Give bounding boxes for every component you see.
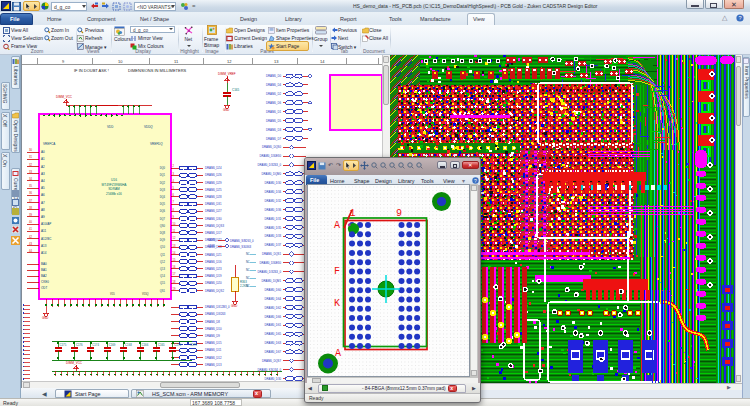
svg-text:IF IN DOUBT ASK !: IF IN DOUBT ASK ! <box>74 68 109 73</box>
svg-text:DRAM0_D30: DRAM0_D30 <box>265 181 282 185</box>
svg-text:DQ8: DQ8 <box>160 231 166 235</box>
svg-text:Q12: Q12 <box>160 260 165 264</box>
svg-text:12: 12 <box>227 59 232 64</box>
svg-text:A7: A7 <box>41 201 45 205</box>
svg-text:13: 13 <box>274 59 279 64</box>
svg-text:?: ? <box>738 15 741 21</box>
svg-text:C165: C165 <box>158 343 165 347</box>
svg-text:DRAM0_DQS3: DRAM0_DQS3 <box>205 224 224 228</box>
svg-text:DRAM0_D19: DRAM0_D19 <box>205 274 222 278</box>
svg-text:NC: NC <box>246 276 250 280</box>
svg-text:CKE0: CKE0 <box>41 280 49 284</box>
svg-text:VREFCA: VREFCA <box>43 142 55 146</box>
svg-text:SDRAM: SDRAM <box>108 187 120 191</box>
svg-text:GND: GND <box>231 304 237 308</box>
svg-text:QS0: QS0 <box>160 224 166 228</box>
svg-text:DRAM0_D67: DRAM0_D67 <box>265 350 282 354</box>
svg-text:DRAM0_D16: DRAM0_D16 <box>205 260 222 264</box>
svg-text:DRAM0_D5: DRAM0_D5 <box>266 119 281 123</box>
svg-text:DRAM0_D29: DRAM0_D29 <box>205 181 222 185</box>
svg-text:DRAM0_D37: DRAM0_D37 <box>265 243 282 247</box>
svg-text:NC: NC <box>246 268 250 272</box>
svg-text:DRAM0_D21: DRAM0_D21 <box>205 253 222 257</box>
svg-text:GND: GND <box>223 108 229 112</box>
svg-text:DRAM0_D30: DRAM0_D30 <box>205 217 222 221</box>
svg-text:DRAM0_DQM1: DRAM0_DQM1 <box>262 279 282 283</box>
svg-text:9: 9 <box>396 208 402 219</box>
svg-text:?: ? <box>474 178 477 184</box>
svg-text:DRAM0_D1: DRAM0_D1 <box>266 110 281 114</box>
svg-text:DRAM0_D28: DRAM0_D28 <box>205 195 222 199</box>
svg-text:DRAM0_D3: DRAM0_D3 <box>266 128 281 132</box>
svg-text:DQ0: DQ0 <box>160 166 166 170</box>
svg-text:A10/AP: A10/AP <box>41 222 51 226</box>
svg-text:VDDQ: VDDQ <box>144 125 153 129</box>
svg-text:DIMM_VREF: DIMM_VREF <box>218 72 236 76</box>
svg-text:U16: U16 <box>111 178 117 182</box>
svg-text:DRAM0_D20: DRAM0_D20 <box>205 281 222 285</box>
svg-text:DRAM0_D30E30: DRAM0_D30E30 <box>260 154 282 158</box>
svg-text:BA1: BA1 <box>41 268 47 272</box>
svg-text:DRAM0_D34: DRAM0_D34 <box>265 190 282 194</box>
svg-text:DRAM0_D63: DRAM0_D63 <box>265 341 282 345</box>
svg-text:DRAM0_DQS7: DRAM0_DQS7 <box>262 359 281 363</box>
svg-text:DRAM0_D12: DRAM0_D12 <box>205 356 222 360</box>
svg-text:UD85: UD85 <box>208 244 216 248</box>
svg-text:DQ7: DQ7 <box>160 217 166 221</box>
svg-text:A2: A2 <box>41 165 45 169</box>
svg-text:DRAM0_D25: DRAM0_D25 <box>205 188 222 192</box>
svg-text:K: K <box>334 298 340 309</box>
svg-text:DRAM0_D62: DRAM0_D62 <box>265 306 282 310</box>
svg-text:Q11: Q11 <box>160 253 165 257</box>
svg-text:DRAM0_D33: DRAM0_D33 <box>265 234 282 238</box>
svg-text:DRAM0_D61: DRAM0_D61 <box>265 323 282 327</box>
svg-text:DRAM0_S/B263_0: DRAM0_S/B263_0 <box>230 239 254 243</box>
svg-text:Q15: Q15 <box>160 281 165 285</box>
svg-text:VREFDQ: VREFDQ <box>150 142 163 146</box>
svg-text:DRAM0_D10: DRAM0_D10 <box>205 327 222 331</box>
svg-text:A12/BC: A12/BC <box>41 237 52 241</box>
svg-text:F: F <box>334 266 340 277</box>
svg-text:DRAM0_D0: DRAM0_D0 <box>266 74 281 78</box>
svg-text:DRAM0_D30E30: DRAM0_D30E30 <box>260 261 282 265</box>
svg-text:ODT8: ODT8 <box>208 238 216 242</box>
svg-text:MT49FZ39W6HA: MT49FZ39W6HA <box>102 183 128 187</box>
svg-text:DRAM0_D3I263: DRAM0_D3I263 <box>205 312 226 316</box>
svg-text:QS1: QS1 <box>160 289 166 293</box>
svg-text:C170: C170 <box>174 343 181 347</box>
svg-text:DRAM0_D3I263_0: DRAM0_D3I263_0 <box>258 270 282 274</box>
svg-text:DRAM0_DQS0: DRAM0_DQS0 <box>262 145 281 149</box>
svg-text:C174: C174 <box>92 343 99 347</box>
svg-text:A: A <box>335 348 341 359</box>
svg-text:C166: C166 <box>142 343 149 347</box>
svg-text:A5: A5 <box>41 186 45 190</box>
svg-text:DRAM0_D4: DRAM0_D4 <box>266 83 281 87</box>
svg-text:C169: C169 <box>109 343 116 347</box>
svg-text:A14: A14 <box>41 251 47 255</box>
svg-text:DIMM_VCC: DIMM_VCC <box>56 95 73 99</box>
svg-text:256Mb x16: 256Mb x16 <box>106 192 122 196</box>
svg-text:NC: NC <box>246 260 250 264</box>
svg-text:DRAM0_D8: DRAM0_D8 <box>205 320 220 324</box>
svg-text:C165: C165 <box>232 88 240 92</box>
svg-text:DRAM0_D17: DRAM0_D17 <box>205 231 222 235</box>
svg-text:DRAM0_D35: DRAM0_D35 <box>265 226 282 230</box>
svg-text:DQ3: DQ3 <box>160 188 166 192</box>
svg-text:A1: A1 <box>41 157 45 161</box>
svg-text:DRAM0_S30363: DRAM0_S30363 <box>230 245 251 249</box>
svg-text:DRAM0_D2: DRAM0_D2 <box>266 92 281 96</box>
svg-text:DRAM0_D27: DRAM0_D27 <box>205 209 222 213</box>
svg-text:DQ4: DQ4 <box>160 195 166 199</box>
svg-text:A9: A9 <box>41 215 45 219</box>
svg-text:DRAM0_D65: DRAM0_D65 <box>265 332 282 336</box>
svg-text:C168: C168 <box>125 343 132 347</box>
svg-text:V55Q: V55Q <box>142 292 149 296</box>
svg-text:DRAM0_D26: DRAM0_D26 <box>205 173 222 177</box>
svg-text:DRAM0_DQM0: DRAM0_DQM0 <box>262 172 282 176</box>
svg-text:C179: C179 <box>190 343 197 347</box>
svg-text:DRAM0_D36: DRAM0_D36 <box>265 208 282 212</box>
svg-text:C176: C176 <box>76 343 83 347</box>
svg-text:V55: V55 <box>110 292 115 296</box>
svg-text:A: A <box>334 220 340 231</box>
svg-text:DRAM0_D6: DRAM0_D6 <box>266 101 281 105</box>
